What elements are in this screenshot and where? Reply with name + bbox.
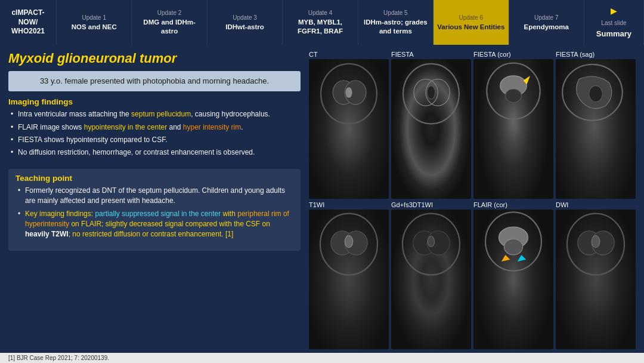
mri-gd-label: Gd+fs3DT1WI [391,201,471,208]
mri-fiesta-image [391,59,471,199]
right-panel: CT FIESTA [309,51,636,349]
update6-label: Update 6 [459,14,484,21]
nav-item-last-slide[interactable]: ▶ Last slide Summary [584,0,644,45]
mri-dwi-image [556,210,636,349]
mri-flair-cor-cell: FLAIR (cor) [473,201,553,349]
brand-logo[interactable]: cIMPACT-NOW/ WHO2021 [0,0,57,45]
mri-fiesta-cor-image [473,59,553,199]
mri-fiesta-cor-label: FIESTA (cor) [473,51,553,58]
update1-label: Update 1 [82,14,106,21]
highlight-septum: septum pellucidum [131,110,191,118]
mri-ct-image [309,59,389,199]
update1-title: NOS and NEC [72,23,117,32]
update2-label: Update 2 [157,9,182,17]
reference-text: [1] BJR Case Rep 2021; 7: 20200139. [8,355,109,361]
imaging-bullet-3: FIESTA shows hypointensity compared to C… [11,135,301,145]
imaging-bullet-2: FLAIR image shows hypointensity in the c… [11,122,301,133]
teaching-bullet-2: Key imaging findings: partially suppress… [18,209,293,240]
update2-title: DMG and IDHm-astro [135,18,203,36]
case-description-box: 33 y.o. female presented with photophobi… [8,71,301,91]
summary-label: Summary [596,29,631,39]
svg-point-7 [427,86,435,99]
imaging-bullets: Intra ventricular mass attaching the sep… [8,109,301,161]
update7-title: Ependymoma [524,23,569,32]
imaging-bullet-4: No diffusion restriction, hemorrhage, or… [11,147,301,158]
svg-marker-26 [518,255,527,262]
nav-item-update5[interactable]: Update 5 IDHm-astro; grades and terms [358,0,434,45]
update3-title: IDHwt-astro [225,23,264,32]
highlight-hyperintensity: hyper intensity rim [183,123,241,131]
svg-point-10 [506,89,522,102]
highlight-hypointensity: hypointensity in the center [84,123,167,131]
nav-item-update4[interactable]: Update 4 MYB, MYBL1, FGFR1, BRAF [283,0,358,45]
svg-point-3 [345,87,352,98]
mri-row-2: T1WI Gd+fs3DT1WI [309,201,636,349]
mri-fiesta-sag-label: FIESTA (sag) [556,51,636,58]
main-content: Myxoid glioneuronal tumor 33 y.o. female… [0,45,644,363]
mri-fiesta-sag-cell: FIESTA (sag) [556,51,636,199]
mri-ct-cell: CT [309,51,389,199]
mri-t1wi-image [309,210,389,349]
mri-gd-image [391,210,471,349]
imaging-heading: Imaging findings [8,97,301,106]
brand-text: cIMPACT-NOW/ WHO2021 [4,8,52,36]
case-description-text: 33 y.o. female presented with photophobi… [40,76,269,85]
update6-title: Various New Entities [437,23,504,32]
mri-flair-cor-label: FLAIR (cor) [473,201,553,208]
reference-bar: [1] BJR Case Rep 2021; 7: 20200139. [0,353,644,363]
update3-label: Update 3 [233,14,257,21]
mri-t1wi-cell: T1WI [309,201,389,349]
mri-fiesta-sag-image [556,59,636,199]
svg-point-24 [504,239,522,255]
slide-area: Myxoid glioneuronal tumor 33 y.o. female… [0,45,644,353]
update4-title: MYB, MYBL1, FGFR1, BRAF [286,18,354,36]
svg-point-30 [592,236,599,248]
imaging-bullet-1: Intra ventricular mass attaching the sep… [11,109,301,119]
mri-fiesta-label: FIESTA [391,51,471,58]
update7-label: Update 7 [534,14,559,21]
highlight-partially-suppressed: partially suppressed signal in the cente… [95,210,221,218]
star-icon: ▶ [611,5,617,16]
mri-row-1: CT FIESTA [309,51,636,199]
mri-fiesta-cor-cell: FIESTA (cor) [473,51,553,199]
nav-item-update2[interactable]: Update 2 DMG and IDHm-astro [132,0,207,45]
svg-marker-25 [501,255,510,262]
nav-item-update3[interactable]: Update 3 IDHwt-astro [208,0,283,45]
svg-point-21 [428,236,434,247]
svg-point-13 [589,86,602,102]
slide-title: Myxoid glioneuronal tumor [8,51,301,66]
last-slide-label: Last slide [601,19,626,27]
teaching-section: Teaching point Formerly recognized as DN… [8,169,301,251]
nav-item-update7[interactable]: Update 7 Ependymoma [509,0,584,45]
mri-gd-cell: Gd+fs3DT1WI [391,201,471,349]
mri-t1wi-label: T1WI [309,201,389,208]
teaching-heading: Teaching point [16,174,293,183]
left-panel: Myxoid glioneuronal tumor 33 y.o. female… [8,51,301,349]
mri-flair-cor-image [473,210,553,349]
mri-dwi-cell: DWI [556,201,636,349]
teaching-bullets: Formerly recognized as DNT of the septum… [16,186,293,240]
mri-dwi-label: DWI [556,201,636,208]
top-navigation: cIMPACT-NOW/ WHO2021 Update 1 NOS and NE… [0,0,644,45]
nav-item-update1[interactable]: Update 1 NOS and NEC [57,0,132,45]
mri-ct-label: CT [309,51,389,58]
highlight-t2wi: heavily T2WI [25,230,69,238]
teaching-bullet-1: Formerly recognized as DNT of the septum… [18,186,293,207]
update4-label: Update 4 [308,9,333,17]
svg-point-17 [345,236,352,248]
mri-fiesta-cell: FIESTA [391,51,471,199]
update5-title: IDHm-astro; grades and terms [362,18,429,36]
update5-label: Update 5 [383,9,408,17]
nav-item-update6[interactable]: Update 6 Various New Entities [434,0,509,45]
